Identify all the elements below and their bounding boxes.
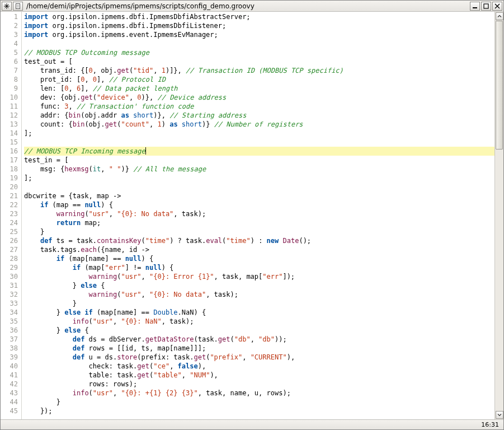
code-line[interactable]: dbcwrite = {task, map -> xyxy=(24,191,494,200)
code-line[interactable]: check: task.get("ce", false), xyxy=(24,362,494,371)
code-line[interactable]: test_out = [ xyxy=(24,57,494,66)
code-line[interactable]: info("usr", "{0}: NaN", task); xyxy=(24,317,494,326)
scroll-thumb[interactable] xyxy=(496,21,503,149)
line-number: 26 xyxy=(1,236,21,245)
code-line[interactable]: ]; xyxy=(24,129,494,138)
code-line[interactable] xyxy=(24,183,494,191)
svg-rect-2 xyxy=(484,4,488,8)
code-line[interactable]: } else if (map[name] == Double.NaN) { xyxy=(24,308,494,317)
scroll-up-button[interactable] xyxy=(496,12,503,20)
line-number: 15 xyxy=(1,138,21,147)
code-line[interactable]: def u = ds.store(prefix: task.get("prefi… xyxy=(24,353,494,362)
line-number: 45 xyxy=(1,406,21,415)
code-line[interactable]: table: task.get("table", "NUM"), xyxy=(24,371,494,380)
line-number: 35 xyxy=(1,317,21,326)
line-number: 1 xyxy=(1,12,21,21)
code-line[interactable]: // MODBUS TCP Incoming message xyxy=(24,147,494,156)
code-line[interactable]: import org.ipsilon.ipmems.dbfi.IpmemsDbf… xyxy=(24,12,494,21)
code-line[interactable]: info("usr", "{0}: +{1} {2} {3}", task, n… xyxy=(24,389,494,398)
line-number: 38 xyxy=(1,344,21,353)
code-line[interactable]: addr: {bin(obj.addr as short)}, // Start… xyxy=(24,111,494,120)
line-number: 18 xyxy=(1,165,21,174)
line-number: 7 xyxy=(1,66,21,75)
code-line[interactable]: warning("usr", "{0}: Error {1}", task, m… xyxy=(24,272,494,281)
code-line[interactable]: len: [0, 6], // Data packet length xyxy=(24,84,494,93)
line-number: 23 xyxy=(1,209,21,218)
code-line[interactable]: count: {bin(obj.get("count", 1) as short… xyxy=(24,120,494,129)
line-number: 19 xyxy=(1,174,21,183)
code-line[interactable]: return map; xyxy=(24,218,494,227)
line-number: 11 xyxy=(1,102,21,111)
line-number: 27 xyxy=(1,245,21,254)
code-line[interactable]: import org.ipsilon.ipmems.event.IpmemsEv… xyxy=(24,30,494,39)
code-line[interactable]: def rows = [[id, ts, map[name]]]; xyxy=(24,344,494,353)
code-line[interactable] xyxy=(24,39,494,48)
line-number: 21 xyxy=(1,191,21,200)
chevron-up-icon xyxy=(497,14,502,18)
code-line[interactable]: import org.ipsilon.ipmems.dbfi.IpmemsDbf… xyxy=(24,21,494,30)
scroll-down-button[interactable] xyxy=(496,411,503,419)
code-line[interactable]: } else { xyxy=(24,326,494,335)
svg-rect-1 xyxy=(473,7,477,8)
code-line[interactable]: } xyxy=(24,398,494,406)
code-line[interactable]: if (map[name] == null) { xyxy=(24,254,494,263)
line-number: 5 xyxy=(1,48,21,57)
code-line[interactable]: def ts = task.containsKey("time") ? task… xyxy=(24,236,494,245)
code-line[interactable] xyxy=(24,138,494,147)
code-line[interactable]: msg: {hexmsg(it, " ")} // All the messag… xyxy=(24,165,494,174)
code-line[interactable]: trans_id: {[0, obj.get("tid", 1)]}, // T… xyxy=(24,66,494,75)
titlebar[interactable]: /home/demi/ipProjects/ipmems/ipmems/scri… xyxy=(1,1,503,12)
code-line[interactable]: // MODBUS TCP Outcoming message xyxy=(24,48,494,57)
code-line[interactable]: ]; xyxy=(24,174,494,183)
line-number: 9 xyxy=(1,84,21,93)
code-line[interactable]: if (map == null) { xyxy=(24,200,494,209)
vertical-scrollbar[interactable] xyxy=(494,12,503,419)
code-line[interactable]: } xyxy=(24,299,494,308)
code-line[interactable]: dev: {obj.get("device", 0)}, // Device a… xyxy=(24,93,494,102)
code-editor[interactable]: import org.ipsilon.ipmems.dbfi.IpmemsDbf… xyxy=(22,12,494,419)
maximize-icon xyxy=(483,3,489,9)
line-number: 32 xyxy=(1,290,21,299)
document-icon-button[interactable] xyxy=(13,2,23,11)
line-number: 8 xyxy=(1,75,21,84)
close-icon xyxy=(494,3,500,9)
line-number: 36 xyxy=(1,326,21,335)
code-line[interactable]: prot_id: [0, 0], // Protocol ID xyxy=(24,75,494,84)
line-number: 30 xyxy=(1,272,21,281)
code-line[interactable]: def ds = dbServer.getDataStore(task.get(… xyxy=(24,335,494,344)
code-line[interactable]: func: 3, // Transaction' function code xyxy=(24,102,494,111)
line-number: 4 xyxy=(1,39,21,48)
document-icon xyxy=(15,3,21,9)
line-number: 31 xyxy=(1,281,21,290)
line-number: 3 xyxy=(1,30,21,39)
line-number: 25 xyxy=(1,227,21,236)
cursor-position: 16:31 xyxy=(481,421,503,428)
code-line[interactable]: task.tags.each({name, id -> xyxy=(24,245,494,254)
line-number: 17 xyxy=(1,156,21,165)
code-line[interactable]: if (map["err"] != null) { xyxy=(24,263,494,272)
line-number: 22 xyxy=(1,200,21,209)
maximize-button[interactable] xyxy=(481,2,491,11)
window-title: /home/demi/ipProjects/ipmems/ipmems/scri… xyxy=(24,2,255,10)
line-number: 39 xyxy=(1,353,21,362)
window-menu-button[interactable] xyxy=(2,2,12,11)
code-line[interactable]: rows: rows); xyxy=(24,380,494,389)
line-number: 43 xyxy=(1,389,21,398)
code-line[interactable]: } else { xyxy=(24,281,494,290)
close-button[interactable] xyxy=(492,2,502,11)
line-number: 14 xyxy=(1,129,21,138)
line-number: 28 xyxy=(1,254,21,263)
line-number: 33 xyxy=(1,299,21,308)
asterisk-icon xyxy=(4,3,10,9)
line-number: 6 xyxy=(1,57,21,66)
line-number: 20 xyxy=(1,183,21,191)
code-line[interactable]: } xyxy=(24,227,494,236)
line-number: 10 xyxy=(1,93,21,102)
line-number: 37 xyxy=(1,335,21,344)
code-line[interactable]: test_in = [ xyxy=(24,156,494,165)
code-line[interactable]: warning("usr", "{0}: No data", task); xyxy=(24,290,494,299)
code-line[interactable]: warning("usr", "{0}: No data", task); xyxy=(24,209,494,218)
minimize-button[interactable] xyxy=(470,2,480,11)
code-line[interactable]: }); xyxy=(24,406,494,415)
minimize-icon xyxy=(472,3,478,9)
